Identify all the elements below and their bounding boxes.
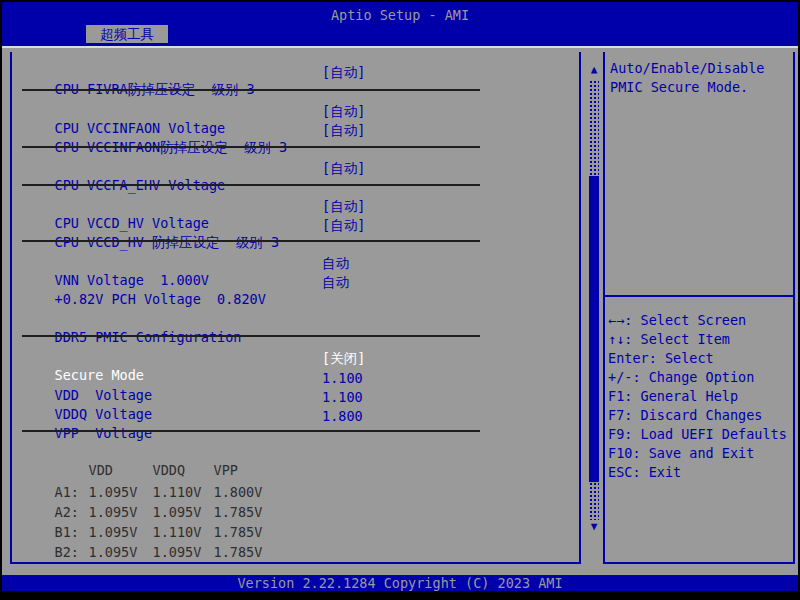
hotkey-load-defaults: F9: Load UEFI Defaults [608, 426, 794, 443]
item-vdd-voltage[interactable]: VDD Voltage 1.100 [22, 370, 582, 387]
scrollbar-thumb[interactable] [589, 176, 599, 482]
divider [22, 430, 480, 432]
hotkey-general-help: F1: General Help [608, 388, 794, 405]
item-vccinfaon-voltage[interactable]: CPU VCCINFAON Voltage [自动] [22, 103, 582, 120]
table-cell: 1.095V [89, 544, 153, 561]
version-bar: Version 2.22.1284 Copyright (C) 2023 AMI [2, 575, 798, 591]
table-row: A2:1.095V1.095V1.785V [22, 487, 284, 504]
pmic-table-header: VDDVDDQVPP [22, 445, 284, 462]
divider [22, 89, 480, 91]
page-title: Aptio Setup - AMI [2, 7, 798, 23]
scroll-down-icon[interactable]: ▼ [587, 521, 601, 533]
header-separator [2, 46, 798, 48]
table-row: A1:1.095V1.110V1.800V [22, 467, 284, 484]
item-value: 1.100 [322, 370, 363, 387]
item-value: [自动] [322, 64, 365, 81]
item-value: 1.100 [322, 389, 363, 406]
item-label: VPP Voltage [55, 425, 153, 441]
item-label: DDR5 PMIC Configuration [55, 329, 242, 345]
help-panel [603, 52, 795, 564]
table-cell: 1.095V [153, 544, 214, 561]
item-vccinfaon-vdroop[interactable]: CPU VCCINFAON防掉压设定 级别 3 [自动] [22, 122, 582, 139]
item-ddr5-pmic-configuration[interactable]: DDR5 PMIC Configuration [22, 312, 582, 329]
bios-screen: Aptio Setup - AMI 超频工具 CPU FIVRA防掉压设定 级别… [0, 0, 800, 600]
item-label: +0.82V PCH Voltage 0.820V [55, 291, 266, 307]
item-vccfa-ehv-voltage[interactable]: CPU VCCFA_EHV Voltage [自动] [22, 160, 582, 177]
hotkey-change-option: +/-: Change Option [608, 369, 794, 386]
item-vccd-hv-vdroop[interactable]: CPU VCCD_HV 防掉压设定 级别 3 [自动] [22, 217, 582, 234]
hotkey-esc-exit: ESC: Exit [608, 464, 794, 481]
table-row: B2:1.095V1.095V1.785V [22, 527, 284, 544]
item-value: [自动] [322, 103, 365, 120]
item-value: [关闭] [322, 350, 365, 367]
tab-overclock-tools[interactable]: 超频工具 [86, 25, 168, 43]
hotkey-save-exit: F10: Save and Exit [608, 445, 794, 462]
table-row: B1:1.095V1.110V1.785V [22, 507, 284, 524]
item-vddq-voltage[interactable]: VDDQ Voltage 1.100 [22, 389, 582, 406]
divider [22, 146, 480, 148]
item-value: [自动] [322, 160, 365, 177]
hotkey-enter-select: Enter: Select [608, 350, 794, 367]
item-cpu-fivra-vdroop[interactable]: CPU FIVRA防掉压设定 级别 3 [自动] [22, 64, 582, 81]
item-value: [自动] [322, 122, 365, 139]
item-value: [自动] [322, 217, 365, 234]
item-value: [自动] [322, 198, 365, 215]
help-text-line1: Auto/Enable/Disable [610, 60, 790, 77]
scrollbar-track-top[interactable] [589, 80, 599, 176]
hotkey-discard-changes: F7: Discard Changes [608, 407, 794, 424]
item-vccd-hv-voltage[interactable]: CPU VCCD_HV Voltage [自动] [22, 198, 582, 215]
item-vpp-voltage[interactable]: VPP Voltage 1.800 [22, 408, 582, 425]
item-value: 1.800 [322, 408, 363, 425]
table-cell: B2: [55, 544, 89, 561]
table-cell: 1.785V [214, 544, 284, 561]
item-label: CPU VCCD_HV 防掉压设定 级别 3 [55, 234, 280, 250]
scroll-up-icon[interactable]: ▲ [587, 64, 601, 76]
divider [22, 335, 480, 337]
item-vnn-voltage[interactable]: VNN Voltage 1.000V 自动 [22, 255, 582, 272]
item-value: 自动 [322, 255, 349, 272]
divider [22, 184, 480, 186]
item-value: 自动 [322, 274, 349, 291]
item-pch-voltage[interactable]: +0.82V PCH Voltage 0.820V 自动 [22, 274, 582, 291]
divider [22, 240, 480, 242]
scrollbar-track-bottom[interactable] [589, 482, 599, 520]
help-text-line2: PMIC Secure Mode. [610, 79, 790, 96]
help-panel-divider [605, 295, 793, 297]
hotkey-select-screen: ←→: Select Screen [608, 312, 794, 329]
hotkey-select-item: ↑↓: Select Item [608, 331, 794, 348]
item-secure-mode-selected[interactable]: Secure Mode [关闭] [22, 350, 582, 367]
